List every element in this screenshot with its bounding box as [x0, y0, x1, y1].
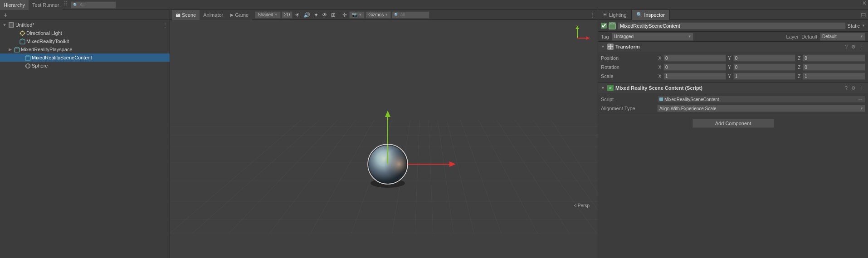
- rotation-y-input[interactable]: [733, 63, 796, 71]
- scene-panel-options-icon[interactable]: ⋮: [590, 11, 596, 19]
- x-axis-label-scale: X: [657, 74, 663, 79]
- tab-animator-label: Animator: [203, 12, 223, 18]
- scale-x-input[interactable]: [663, 73, 726, 80]
- add-gameobject-button[interactable]: +: [2, 11, 9, 19]
- svg-rect-7: [20, 40, 25, 44]
- rotation-x-input[interactable]: [663, 63, 726, 71]
- z-axis-label-rot: Z: [796, 65, 802, 70]
- hierarchy-search-box: 🔍: [71, 1, 116, 9]
- layer-dropdown[interactable]: Default: [820, 33, 865, 41]
- hierarchy-panel: + ▼ Untitled* ⋮ Directional Light: [0, 10, 170, 258]
- position-x-input[interactable]: [663, 54, 726, 62]
- position-x-group: X: [657, 54, 726, 62]
- go-name-input[interactable]: [618, 22, 846, 29]
- svg-rect-13: [170, 20, 598, 258]
- hierarchy-item-mrscenecontent[interactable]: MixedRealitySceneContent: [0, 54, 170, 62]
- effect-toggle-icon[interactable]: ✦: [312, 11, 320, 19]
- twod-button[interactable]: 2D: [282, 11, 293, 19]
- gizmos-button[interactable]: Gizmos ▼: [366, 11, 391, 19]
- scene-icon-tab: 🏔: [176, 12, 180, 18]
- tab-game[interactable]: ▶ Game: [227, 10, 252, 20]
- position-label: Position: [601, 55, 655, 61]
- close-icon[interactable]: ✕: [861, 0, 868, 10]
- audio-toggle-icon[interactable]: 🔊: [302, 11, 312, 19]
- svg-marker-57: [610, 44, 611, 45]
- hierarchy-item-mrtk[interactable]: MixedRealityToolkit: [0, 37, 170, 45]
- grid-icon[interactable]: ⊞: [330, 11, 337, 19]
- position-z-input[interactable]: [803, 54, 865, 62]
- z-axis-label-pos: Z: [796, 56, 802, 61]
- gizmos-arrow-icon: ▼: [385, 13, 388, 17]
- inspector-minimize-icon[interactable]: ⊟: [859, 11, 868, 19]
- alignment-dropdown[interactable]: Align With Experience Scale: [657, 105, 865, 112]
- rotation-z-input[interactable]: [803, 63, 865, 71]
- hierarchy-search-input[interactable]: [79, 2, 114, 7]
- light-toggle-icon[interactable]: ☀: [293, 11, 301, 19]
- tab-lighting-label: Lighting: [609, 12, 627, 18]
- camera-arrow-icon: ▼: [358, 13, 362, 17]
- shaded-arrow-icon: ▼: [274, 13, 278, 17]
- script-settings-button[interactable]: ⚙: [850, 85, 857, 91]
- arrow-mrplayspace: ▶: [7, 47, 13, 52]
- go-active-checkbox[interactable]: [601, 23, 607, 29]
- static-label: Static: [848, 23, 860, 29]
- script-asset-icon: [659, 97, 663, 101]
- rotation-y-group: Y: [727, 63, 796, 71]
- script-component-actions: ? ⚙ ⋮: [844, 85, 865, 91]
- transform-menu-button[interactable]: ⋮: [858, 44, 865, 50]
- tag-layer-row: Tag Untagged ▼ Layer Default Default ▼: [598, 32, 868, 42]
- component-transform: ▼ Transform ? ⚙ ⋮ Position: [598, 42, 868, 83]
- alignment-row: Alignment Type Align With Experience Sca…: [601, 104, 865, 113]
- tab-lighting[interactable]: ☀ Lighting: [598, 10, 632, 20]
- rotation-label: Rotation: [601, 64, 655, 70]
- y-axis-label-scale: Y: [727, 74, 732, 79]
- hierarchy-item-sphere[interactable]: Sphere: [0, 62, 170, 70]
- transform-header[interactable]: ▼ Transform ? ⚙ ⋮: [598, 42, 868, 52]
- script-component-header[interactable]: ▼ # Mixed Reality Scene Content (Script)…: [598, 83, 868, 93]
- hierarchy-item-directional-light[interactable]: Directional Light: [0, 29, 170, 37]
- hierarchy-item-untitled[interactable]: ▼ Untitled* ⋮: [0, 21, 170, 29]
- hierarchy-item-mrplayspace[interactable]: ▶ MixedRealityPlayspace: [0, 45, 170, 54]
- hidden-layers-icon[interactable]: 👁: [321, 11, 329, 19]
- hierarchy-item-label-mrtk: MixedRealityToolkit: [26, 39, 69, 44]
- svg-marker-59: [608, 46, 609, 48]
- shaded-dropdown[interactable]: Shaded ▼: [255, 11, 280, 19]
- script-help-button[interactable]: ?: [844, 85, 848, 91]
- z-axis-label-scale: Z: [796, 74, 802, 79]
- scale-z-input[interactable]: [803, 73, 865, 80]
- scale-y-input[interactable]: [733, 73, 796, 80]
- tag-dropdown-wrapper: Untagged ▼: [612, 33, 693, 41]
- camera-dropdown[interactable]: 📷 ▼: [349, 11, 365, 19]
- transform-help-button[interactable]: ?: [844, 44, 848, 49]
- scale-row: Scale X Y Z: [601, 72, 865, 81]
- cube-icon-playspace: [14, 46, 20, 53]
- sphere-icon: [24, 63, 31, 69]
- script-menu-button[interactable]: ⋮: [858, 85, 865, 91]
- position-y-input[interactable]: [733, 54, 796, 62]
- tab-test-runner[interactable]: Test Runner: [29, 0, 63, 10]
- svg-text:Y: Y: [576, 25, 579, 28]
- transform-body: Position X Y Z: [598, 52, 868, 83]
- camera-icon: 📷: [352, 12, 357, 17]
- scene-search-input[interactable]: [400, 12, 427, 17]
- tab-animator[interactable]: Animator: [200, 10, 227, 20]
- scene-panel: 🏔 Scene Animator ▶ Game Shaded ▼ 2D: [170, 10, 598, 258]
- more-options-icon[interactable]: ⋮: [162, 22, 170, 28]
- transform-actions: ? ⚙ ⋮: [844, 44, 865, 50]
- add-component-button[interactable]: Add Component: [692, 119, 774, 128]
- move-tool-icon[interactable]: ✛: [341, 11, 348, 19]
- script-link-icon[interactable]: →: [858, 96, 863, 102]
- tab-hierarchy[interactable]: Hierarchy: [0, 0, 29, 10]
- tab-divider: ⠿: [63, 0, 69, 10]
- scene-viewport[interactable]: < Persp Y X: [170, 20, 598, 258]
- script-asset-name: MixedRealitySceneContent: [664, 97, 719, 102]
- script-component-body: Script MixedRealitySceneContent → Alignm…: [598, 93, 868, 115]
- svg-text:X: X: [588, 37, 590, 40]
- tab-scene[interactable]: 🏔 Scene: [172, 10, 200, 20]
- svg-point-2: [20, 31, 24, 35]
- inspector-header: ☀ Lighting 🔍 Inspector ⊟: [598, 10, 868, 20]
- tab-inspector[interactable]: 🔍 Inspector: [632, 10, 670, 20]
- position-fields: X Y Z: [657, 54, 865, 62]
- transform-settings-button[interactable]: ⚙: [850, 44, 857, 50]
- tag-dropdown[interactable]: Untagged: [612, 33, 693, 41]
